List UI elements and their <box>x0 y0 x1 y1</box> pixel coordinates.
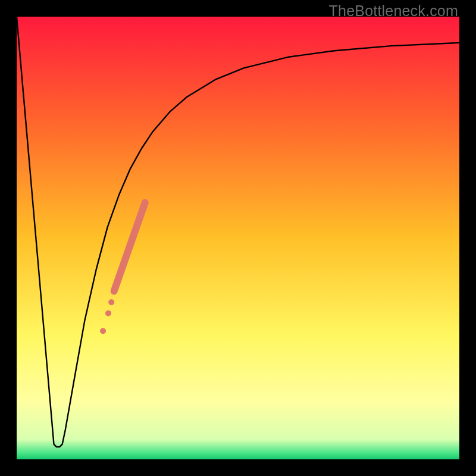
svg-line-1 <box>114 202 145 291</box>
svg-point-4 <box>108 299 114 305</box>
chart-plot <box>17 17 459 459</box>
svg-point-3 <box>105 310 111 316</box>
bottleneck-curve <box>17 17 459 447</box>
highlight-segment <box>114 202 145 291</box>
chart-frame <box>17 17 459 459</box>
highlight-dots <box>100 299 114 334</box>
svg-point-2 <box>100 328 106 334</box>
